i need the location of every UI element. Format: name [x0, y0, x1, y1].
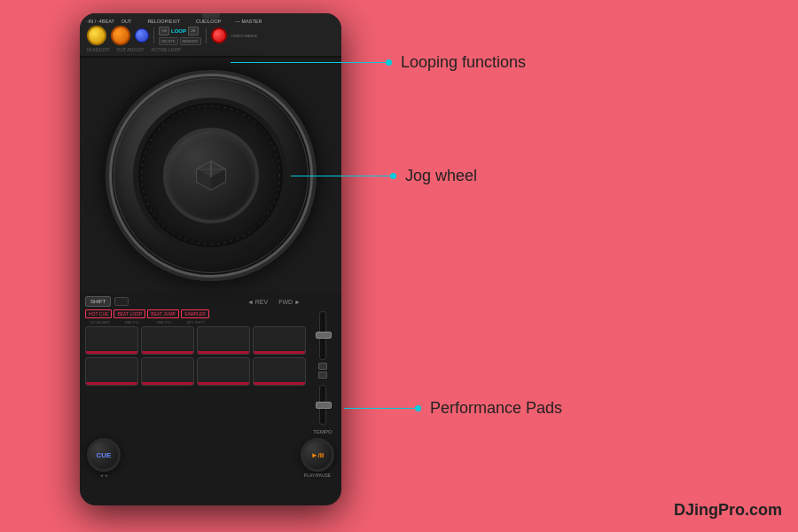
fwd-label: FWD ► [278, 299, 301, 305]
play-pause-button[interactable]: ►/II [301, 438, 334, 472]
fader-track-1 [319, 311, 326, 360]
jog-line [291, 176, 390, 177]
sub-active-loop: ACTIVE LOOP [152, 47, 181, 52]
pads-label: Performance Pads [430, 399, 562, 418]
label-reloop: RELOOP/EXIT [147, 19, 180, 24]
watermark-brand: DJing [674, 501, 718, 519]
annotation-pads: Performance Pads [344, 399, 562, 418]
looping-dot [386, 59, 392, 66]
annotation-jog: Jog wheel [291, 167, 477, 185]
label-in-4beat: -IN / -4BEAT [87, 19, 114, 24]
watermark: DJingPro.com [674, 501, 782, 520]
pad-sub-padfx1: PAD FX1 [117, 320, 147, 325]
top-section: -IN / -4BEAT OUT RELOOP/EXIT CUE/LOOP — … [80, 13, 341, 58]
pad-mode-hotcue[interactable]: HOT CUE [85, 309, 112, 318]
jog-dot [390, 173, 396, 179]
sub-in-adjust: IN ADJUST [87, 47, 110, 52]
pad-3[interactable] [197, 326, 250, 355]
shift-button[interactable]: SHIFT [85, 296, 111, 307]
watermark-suffix: Pro.com [718, 501, 782, 519]
pad-mode-beatloop[interactable]: BEAT LOOP [113, 309, 145, 318]
memory-btn[interactable]: MEMORY [180, 37, 201, 45]
pad-sub-padfx2: PAD FX2 [149, 320, 179, 325]
small-btn-bottom[interactable] [318, 372, 327, 379]
label-out: OUT [121, 19, 132, 24]
rev-label: ◄ REV [247, 299, 268, 305]
small-btn-top[interactable] [318, 363, 327, 370]
pad-7[interactable] [197, 357, 250, 386]
cue-knob[interactable]: CUE [87, 438, 121, 472]
pad-8[interactable] [253, 357, 306, 386]
cueloop-btn1[interactable]: ½X [159, 27, 169, 35]
shift-toggle[interactable] [114, 297, 129, 306]
bottom-section: SHIFT ◄ REV FWD ► HOT CUE BEAT LOOP BEAT… [80, 293, 341, 481]
master-button[interactable] [211, 27, 227, 43]
cueloop-btn2[interactable]: 2X [188, 27, 199, 35]
pad-6[interactable] [141, 357, 194, 386]
svg-point-0 [142, 106, 280, 245]
controller-body: -IN / -4BEAT OUT RELOOP/EXIT CUE/LOOP — … [80, 13, 341, 505]
pad-sub-keyshift: KEY SHIFT [181, 320, 211, 325]
pads-line [344, 408, 415, 410]
jog-label: Jog wheel [405, 167, 477, 185]
pad-1[interactable] [85, 326, 138, 355]
label-master: — MASTER [236, 19, 262, 24]
dj-controller-wrapper: -IN / -4BEAT OUT RELOOP/EXIT CUE/LOOP — … [80, 13, 364, 519]
pads-dot [415, 405, 421, 411]
fader-area: TEMPO [309, 309, 336, 434]
pad-mode-beatjump[interactable]: BEAT JUMP [147, 309, 179, 318]
play-pause-label: PLAY/PAUSE [304, 473, 331, 478]
in-button[interactable] [87, 26, 106, 45]
annotation-looping: Looping functions [231, 53, 526, 72]
label-cueloop: CUE/LOOP [196, 19, 221, 24]
fader-handle-2[interactable] [316, 402, 332, 409]
looping-line [231, 62, 386, 64]
out-button[interactable] [111, 26, 130, 45]
pads-area: HOT CUE BEAT LOOP BEAT JUMP SAMPLER KEYB… [85, 309, 306, 434]
reloop-knob[interactable] [135, 28, 149, 43]
pad-4[interactable] [253, 326, 306, 355]
jog-wheel-outer[interactable] [106, 70, 317, 281]
looping-label: Looping functions [401, 53, 526, 72]
pad-5[interactable] [85, 357, 138, 386]
delete-btn[interactable]: DELETE [159, 37, 178, 45]
play-pause-container: ►/II PLAY/PAUSE [301, 438, 334, 478]
pad-sub-keyboard: KEYBOARD [85, 320, 115, 325]
pad-2[interactable] [141, 326, 194, 355]
tempo-label: TEMPO [313, 429, 332, 434]
cue-knob-container: CUE ◄◄ [87, 438, 121, 478]
tempo-range-label: TEMPO RANGE [231, 34, 258, 38]
fader-track-2 [319, 385, 326, 425]
loop-indicator: LOOP [171, 28, 186, 34]
sub-out-adjust: OUT ADJUST [117, 47, 145, 52]
fader-handle-1[interactable] [316, 332, 332, 339]
pad-mode-sampler[interactable]: SAMPLER [181, 309, 209, 318]
jog-wheel-ring [133, 98, 288, 253]
